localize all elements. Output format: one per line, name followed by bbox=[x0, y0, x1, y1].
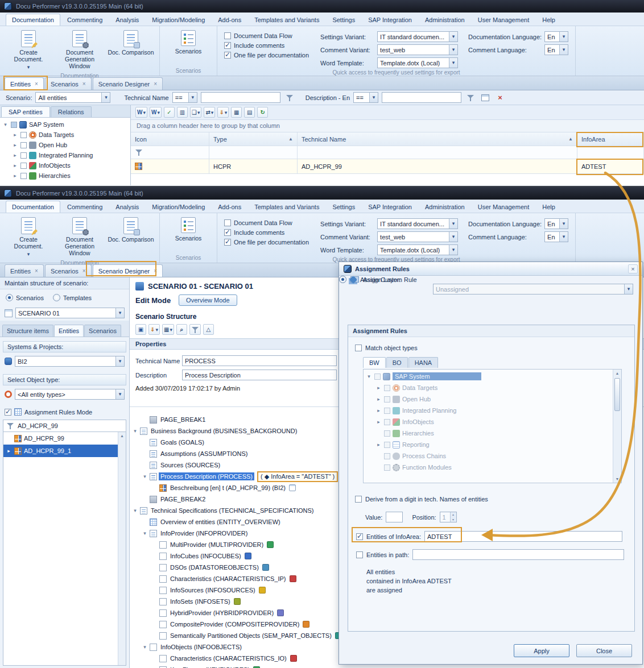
menu-item[interactable]: Help bbox=[536, 14, 562, 26]
document-tab[interactable]: Entities × bbox=[5, 77, 44, 90]
menu-item[interactable]: User Management bbox=[472, 14, 536, 26]
menu-item[interactable]: SAP Integration bbox=[362, 201, 418, 213]
expander-icon[interactable] bbox=[142, 644, 148, 650]
doc-comparison-button[interactable]: Doc. Comparison bbox=[106, 28, 156, 72]
derive-digit-checkbox[interactable]: Derive from a digit in tech. Names of en… bbox=[355, 496, 488, 503]
expander-icon[interactable] bbox=[12, 142, 18, 148]
menu-item[interactable]: SAP Integration bbox=[362, 14, 418, 26]
comments-button[interactable]: ❑▾ bbox=[190, 107, 202, 118]
technical-name-operator-dropdown[interactable]: == bbox=[172, 92, 197, 103]
tree-node[interactable]: SAP System bbox=[0, 119, 130, 130]
ribbon-checkbox[interactable]: One file per documentation bbox=[224, 239, 309, 246]
menu-item[interactable]: Migration/Modeling bbox=[146, 201, 211, 213]
ribbon-language-dropdown[interactable]: En bbox=[544, 31, 568, 42]
columns-button[interactable]: ▥ bbox=[177, 107, 188, 118]
ribbon-field-dropdown[interactable]: Template.dotx (Local) bbox=[377, 57, 458, 68]
infoarea-input[interactable] bbox=[424, 531, 622, 542]
tree-node[interactable]: Open Hub bbox=[364, 393, 621, 405]
path-input[interactable] bbox=[412, 549, 624, 560]
tree-node[interactable]: Integrated Planning bbox=[0, 150, 130, 160]
document-tab[interactable]: Scenario Designer × bbox=[93, 264, 163, 277]
close-icon[interactable]: × bbox=[154, 268, 157, 274]
node-checkbox[interactable] bbox=[374, 374, 381, 380]
verify-button[interactable]: ✓ bbox=[164, 107, 175, 118]
scrollbar[interactable] bbox=[118, 432, 126, 665]
close-icon[interactable]: × bbox=[154, 81, 157, 87]
entity-list-item[interactable]: AD_HCPR_99_1 bbox=[3, 445, 126, 457]
scenario-type-radio[interactable]: Templates bbox=[53, 294, 92, 301]
ribbon-field-dropdown[interactable]: test_web bbox=[377, 231, 458, 242]
close-icon[interactable]: × bbox=[35, 268, 38, 274]
tree-node[interactable]: InfoObjects bbox=[364, 416, 621, 428]
close-icon[interactable]: × bbox=[35, 81, 38, 87]
assignment-rules-mode-checkbox[interactable]: Assignment Rules Mode bbox=[0, 403, 129, 420]
ribbon-checkbox[interactable]: One file per documentation bbox=[224, 52, 309, 59]
scroll-down-icon[interactable]: ▼ bbox=[613, 477, 621, 481]
menu-item[interactable]: Settings bbox=[326, 14, 361, 26]
ribbon-language-dropdown[interactable]: En bbox=[544, 44, 568, 55]
stepper-arrows-icon[interactable]: ▴▾ bbox=[450, 512, 456, 522]
structure-tree-node[interactable]: Key Figures (KEYFIGURES) bbox=[130, 664, 644, 668]
ribbon-checkbox[interactable]: Document Data Flow bbox=[224, 219, 309, 226]
expander-icon[interactable] bbox=[6, 448, 12, 454]
tree-node[interactable]: InfoObjects bbox=[0, 160, 130, 171]
entity-list-item[interactable]: AD_HCPR_99 bbox=[3, 432, 126, 445]
system-type-tab[interactable]: BO bbox=[386, 357, 408, 368]
save-button[interactable]: ▣ bbox=[135, 324, 146, 335]
document-tab[interactable]: Entities × bbox=[5, 264, 44, 277]
ribbon-checkbox[interactable]: Document Data Flow bbox=[224, 32, 309, 39]
filter-cell[interactable] bbox=[131, 146, 209, 159]
tree-node[interactable]: SAP System bbox=[364, 371, 621, 382]
expander-icon[interactable] bbox=[375, 396, 382, 402]
create-document-button[interactable]: Create Document.▾ bbox=[3, 28, 53, 72]
system-dropdown[interactable]: BI2 bbox=[15, 356, 125, 367]
panel-tab[interactable]: Entities bbox=[54, 325, 84, 337]
object-type-dropdown[interactable]: <All entity types> bbox=[15, 389, 125, 400]
menu-item[interactable]: Help bbox=[536, 201, 562, 213]
copy-grid-button[interactable]: ▦ bbox=[231, 107, 242, 118]
node-checkbox[interactable] bbox=[20, 173, 27, 179]
menu-item[interactable]: Administration bbox=[419, 201, 471, 213]
column-header-infoarea[interactable]: InfoArea bbox=[577, 132, 644, 146]
expander-icon[interactable] bbox=[366, 374, 372, 379]
tree-node[interactable]: Hierarchies bbox=[0, 171, 130, 181]
node-checkbox[interactable] bbox=[20, 142, 27, 148]
expander-icon[interactable] bbox=[142, 530, 148, 536]
ribbon-checkbox[interactable]: Include comments bbox=[224, 42, 309, 49]
menu-item[interactable]: Documentation bbox=[6, 201, 60, 213]
expander-icon[interactable] bbox=[12, 173, 18, 179]
menu-item[interactable]: Templates and Variants bbox=[248, 201, 325, 213]
close-button[interactable]: Close bbox=[576, 644, 632, 657]
path-checkbox[interactable] bbox=[356, 551, 363, 558]
infoarea-checkbox[interactable] bbox=[356, 533, 363, 540]
filter-cell[interactable] bbox=[298, 146, 577, 159]
match-object-types-checkbox[interactable]: Match object types bbox=[355, 345, 418, 351]
technical-name-filter-input[interactable] bbox=[201, 92, 280, 103]
tree-node[interactable]: Data Targets bbox=[364, 382, 621, 393]
close-icon[interactable]: × bbox=[82, 81, 86, 87]
filter-cell[interactable] bbox=[209, 146, 298, 159]
book-button[interactable]: ▤ bbox=[244, 107, 255, 118]
tree-node[interactable]: Open Hub bbox=[0, 140, 130, 150]
expander-icon[interactable] bbox=[375, 408, 382, 413]
scenario-dropdown[interactable]: All entities bbox=[35, 92, 110, 103]
overview-mode-button[interactable]: Overview Mode bbox=[179, 294, 237, 306]
tree-node[interactable]: Data Targets bbox=[0, 130, 130, 140]
document-generation-window-button[interactable]: Document Generation Window bbox=[55, 28, 105, 72]
expander-icon[interactable] bbox=[132, 508, 138, 513]
scenario-select-dropdown[interactable]: SCENARIO 01 bbox=[15, 308, 125, 318]
ribbon-checkbox[interactable]: Include comments bbox=[224, 229, 309, 236]
ribbon-field-dropdown[interactable]: IT standard documen... bbox=[377, 31, 458, 42]
technical-name-input[interactable] bbox=[182, 355, 337, 366]
document-generation-window-button[interactable]: Document Generation Window bbox=[55, 215, 105, 259]
description-filter-input[interactable] bbox=[382, 92, 461, 103]
transfer-button[interactable]: ⇄▾ bbox=[204, 107, 215, 118]
document-tab[interactable]: Scenarios × bbox=[45, 77, 92, 90]
collapse-button[interactable]: △ bbox=[203, 324, 214, 335]
node-checkbox[interactable] bbox=[20, 132, 27, 138]
doc-comparison-button[interactable]: Doc. Comparison bbox=[106, 215, 156, 259]
refresh-button[interactable]: ↻ bbox=[257, 107, 268, 118]
word-template-button[interactable]: W▾ bbox=[150, 107, 162, 118]
filter-cell[interactable] bbox=[577, 146, 644, 159]
technical-name-filter-button[interactable] bbox=[284, 92, 295, 103]
